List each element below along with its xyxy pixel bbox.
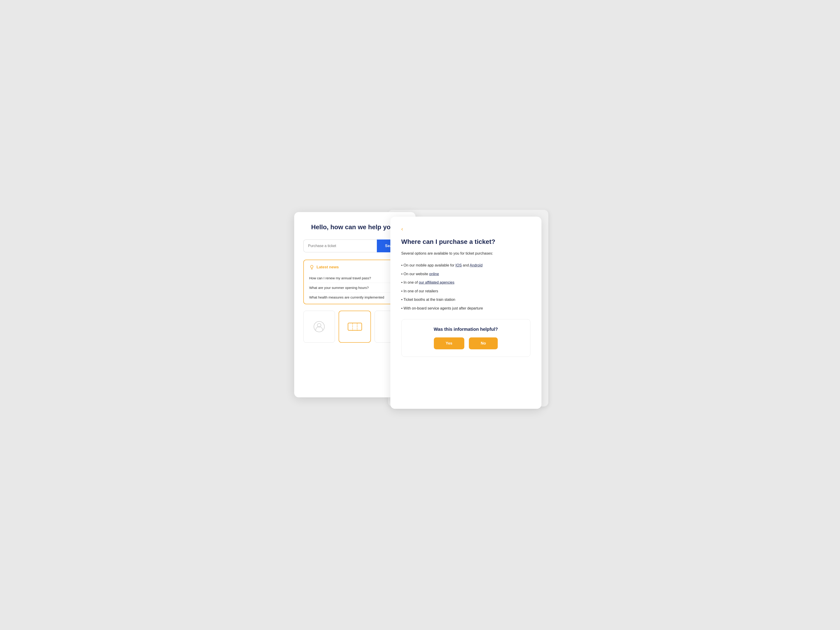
lightbulb-icon: [309, 265, 314, 270]
option-text-3: In one of: [404, 280, 419, 284]
ticket-category-card[interactable]: [339, 311, 371, 343]
no-button[interactable]: No: [469, 337, 498, 349]
online-link[interactable]: online: [429, 272, 439, 276]
list-item: On our mobile app available for IOS and …: [401, 261, 531, 270]
article-intro: Several options are available to you for…: [401, 250, 531, 257]
ios-link[interactable]: IOS: [455, 263, 462, 267]
right-panel: ‹ Where can I purchase a ticket? Several…: [390, 217, 542, 409]
article-title: Where can I purchase a ticket?: [401, 238, 531, 246]
list-item[interactable]: What are your summer opening hours?: [309, 283, 400, 293]
option-text-1: On our mobile app available for: [404, 263, 456, 267]
list-item: On our website online: [401, 270, 531, 279]
ticket-icon: [347, 322, 362, 331]
person-category-card[interactable]: [303, 311, 335, 343]
svg-rect-2: [348, 323, 362, 330]
latest-news-label: Latest news: [317, 265, 339, 269]
list-item[interactable]: What health measures are currently imple…: [309, 293, 400, 302]
helpful-question: Was this information helpful?: [411, 327, 521, 332]
list-item: Ticket booths at the train station: [401, 295, 531, 304]
list-item: In one of our retailers: [401, 287, 531, 296]
yes-button[interactable]: Yes: [434, 337, 464, 349]
scene: Hello, how can we help you? Search Lates…: [294, 212, 546, 418]
option-text-4: In one of our retailers: [404, 289, 438, 293]
helpful-buttons-row: Yes No: [411, 337, 521, 349]
helpful-feedback-box: Was this information helpful? Yes No: [401, 319, 531, 357]
search-input[interactable]: [303, 239, 377, 252]
option-text-6: With on-board service agents just after …: [404, 306, 483, 310]
article-options-list: On our mobile app available for IOS and …: [401, 261, 531, 313]
list-item[interactable]: How can I renew my annual travel pass?: [309, 273, 400, 283]
list-item: In one of our affiliated agencies: [401, 278, 531, 287]
option-text-5: Ticket booths at the train station: [403, 298, 455, 301]
android-link[interactable]: Androïd: [470, 263, 483, 267]
latest-news-header: Latest news: [309, 265, 400, 270]
agencies-link[interactable]: our affiliated agencies: [419, 280, 454, 284]
person-icon: [313, 321, 325, 332]
list-item: With on-board service agents just after …: [401, 304, 531, 313]
option-text-2: On our website: [404, 272, 429, 276]
back-button[interactable]: ‹: [401, 226, 403, 232]
